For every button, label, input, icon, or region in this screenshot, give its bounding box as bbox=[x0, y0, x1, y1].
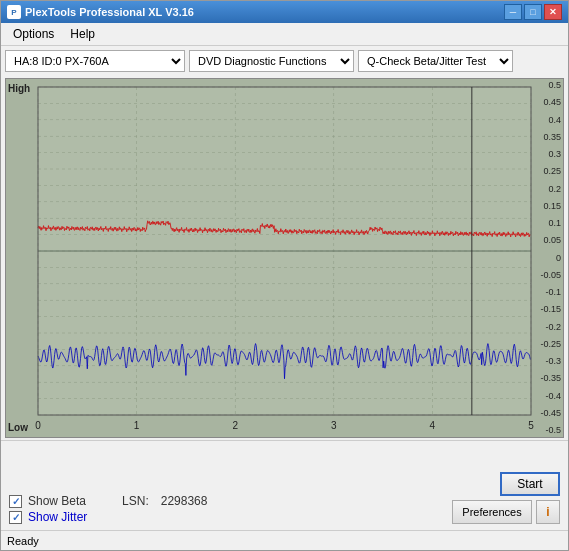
chart-canvas bbox=[6, 79, 563, 437]
window-title: PlexTools Professional XL V3.16 bbox=[25, 6, 504, 18]
toolbar: HA:8 ID:0 PX-760A DVD Diagnostic Functio… bbox=[1, 46, 568, 76]
buttons-right: Start Preferences i bbox=[452, 472, 560, 524]
status-text: Ready bbox=[7, 535, 39, 547]
close-button[interactable]: ✕ bbox=[544, 4, 562, 20]
show-beta-item: ✓ Show Beta LSN: 2298368 bbox=[9, 494, 207, 508]
show-jitter-item: ✓ Show Jitter bbox=[9, 510, 207, 524]
show-beta-checkbox[interactable]: ✓ bbox=[9, 495, 22, 508]
status-ready-bar: Ready bbox=[1, 530, 568, 550]
title-bar: P PlexTools Professional XL V3.16 ─ □ ✕ bbox=[1, 1, 568, 23]
preferences-button[interactable]: Preferences bbox=[452, 500, 532, 524]
device-select[interactable]: HA:8 ID:0 PX-760A bbox=[5, 50, 185, 72]
checkboxes: ✓ Show Beta LSN: 2298368 ✓ Show Jitter bbox=[9, 494, 207, 524]
checkboxes-lsn: ✓ Show Beta LSN: 2298368 ✓ Show Jitter bbox=[9, 490, 207, 524]
show-beta-label: Show Beta bbox=[28, 494, 86, 508]
test-select[interactable]: Q-Check Beta/Jitter Test bbox=[358, 50, 513, 72]
lsn-label: LSN: bbox=[122, 494, 149, 508]
y-axis-right: 0.5 0.45 0.4 0.35 0.3 0.25 0.2 0.15 0.1 … bbox=[540, 79, 561, 437]
app-icon: P bbox=[7, 5, 21, 19]
y-label-low: Low bbox=[8, 422, 28, 433]
minimize-button[interactable]: ─ bbox=[504, 4, 522, 20]
restore-button[interactable]: □ bbox=[524, 4, 542, 20]
info-button[interactable]: i bbox=[536, 500, 560, 524]
bottom-row2: Preferences i bbox=[452, 500, 560, 524]
main-window: P PlexTools Professional XL V3.16 ─ □ ✕ … bbox=[0, 0, 569, 551]
show-jitter-label: Show Jitter bbox=[28, 510, 87, 524]
function-select[interactable]: DVD Diagnostic Functions bbox=[189, 50, 354, 72]
start-button[interactable]: Start bbox=[500, 472, 560, 496]
y-label-high: High bbox=[8, 83, 30, 94]
lsn-value: 2298368 bbox=[161, 494, 208, 508]
menu-bar: Options Help bbox=[1, 23, 568, 46]
menu-options[interactable]: Options bbox=[5, 25, 62, 43]
show-jitter-checkbox[interactable]: ✓ bbox=[9, 511, 22, 524]
status-bar-bottom: ✓ Show Beta LSN: 2298368 ✓ Show Jitter bbox=[1, 440, 568, 530]
bottom-controls: ✓ Show Beta LSN: 2298368 ✓ Show Jitter bbox=[9, 447, 560, 524]
menu-help[interactable]: Help bbox=[62, 25, 103, 43]
title-controls: ─ □ ✕ bbox=[504, 4, 562, 20]
chart-area: High Low 0.5 0.45 0.4 0.35 0.3 0.25 0.2 … bbox=[5, 78, 564, 438]
